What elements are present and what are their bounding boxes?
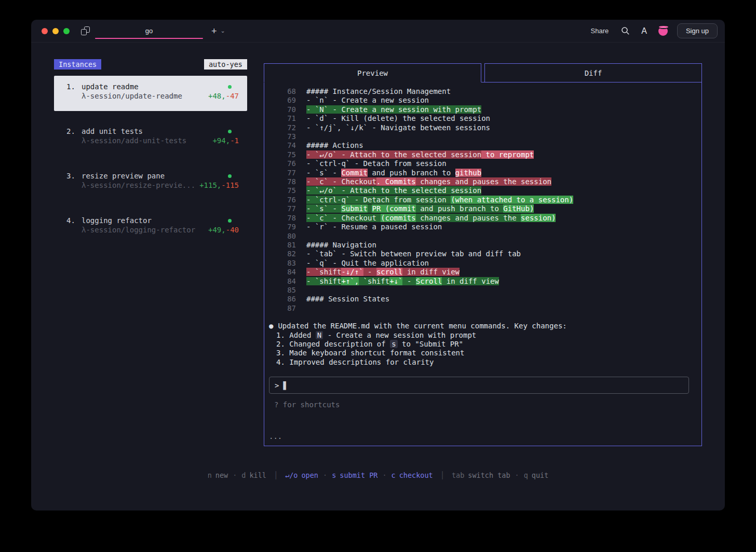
share-button[interactable]: Share — [591, 27, 609, 35]
diff-lines: 68##### Instance/Session Management69- `… — [269, 87, 697, 313]
instance-index: 4. — [66, 216, 82, 226]
line-segment: PR (commit — [372, 204, 415, 213]
line-segment: in diff view — [442, 277, 499, 285]
status-bar: nnew·dkill│↵/oopen·ssubmit PR·ccheckout│… — [31, 471, 725, 479]
diff-line: 82- `tab` - Switch between preview tab a… — [269, 250, 697, 258]
statusbar-item-separator: · — [515, 471, 519, 479]
line-segment: +↑`, — [341, 277, 359, 285]
diff-line: 83- `q` - Quit the application — [269, 259, 697, 268]
instance-index: 1. — [66, 82, 82, 92]
diff-line: 74##### Actions — [269, 141, 697, 150]
diff-line: 84- `shift-↓/↑` - scroll in diff view — [269, 268, 697, 277]
status-dot — [228, 174, 232, 178]
chevron-down-icon[interactable]: ⌄ — [221, 27, 225, 34]
status-dot — [228, 85, 232, 89]
deletions-count: -40 — [226, 226, 239, 234]
instances-label: Instances — [54, 59, 101, 70]
status-dot — [228, 219, 232, 223]
line-segment: - `N` - Create a new session with prompt — [306, 105, 481, 114]
line-text: - `↑/j`, `↓/k` - Navigate between sessio… — [306, 123, 490, 132]
instance-item[interactable]: 2.add unit testsλ-session/add-unit-tests… — [54, 120, 247, 156]
instance-diffstat: +115,-115 — [199, 181, 239, 190]
instance-title-row: 1.update readme — [66, 82, 239, 92]
line-text: - `ctrl-q` - Detach from session (when a… — [306, 196, 573, 204]
line-segment: - `c` - Checkout — [306, 177, 376, 186]
line-segment: and push branch to — [416, 204, 504, 213]
prompt-input[interactable]: > ▋ — [269, 377, 689, 394]
diff-line: 75- `↵/o` - Attach to the selected sessi… — [269, 150, 697, 159]
instance-item[interactable]: 1.update readmeλ-session/update-readme+4… — [54, 76, 247, 111]
statusbar-group-separator: │ — [274, 471, 278, 479]
shortcut-key: s — [332, 471, 336, 479]
diff-line: 77- `s` - Commit and push branch to gith… — [269, 169, 697, 177]
instance-title: 1.update readme — [66, 82, 139, 92]
diff-line: 71- `d` - Kill (delete) the selected ses… — [269, 114, 697, 123]
line-number: 85 — [269, 286, 296, 295]
shortcut-label: quit — [532, 471, 549, 479]
traffic-lights — [42, 28, 70, 34]
instance-item[interactable]: 3.resize preview paneλ-session/resize-pr… — [54, 165, 247, 200]
line-segment: in diff view — [402, 268, 460, 276]
zoom-button[interactable] — [63, 28, 70, 34]
line-number: 78 — [269, 177, 296, 186]
line-text: - `q` - Quit the application — [306, 259, 429, 268]
instance-title: 4.logging refactor — [66, 216, 152, 226]
diff-line: 69- `n` - Create a new session — [269, 96, 697, 105]
instance-diffstat: +94,-1 — [212, 136, 239, 146]
minimize-button[interactable] — [52, 28, 59, 34]
instance-branch-row: λ-session/logging-refactor+49,-40 — [66, 226, 239, 235]
line-segment: +↓` — [389, 277, 402, 285]
auto-yes-badge: auto-yes — [204, 59, 247, 70]
text-cursor: ▋ — [283, 381, 287, 390]
tab-diff[interactable]: Diff — [484, 63, 702, 82]
deletions-count: -115 — [221, 181, 239, 189]
line-segment: (when attached to a session) — [451, 196, 573, 204]
instance-title: 2.add unit tests — [66, 127, 143, 136]
diff-line: 80 — [269, 232, 697, 241]
line-segment: - `q` - Quit the application — [306, 259, 429, 267]
account-avatar[interactable] — [658, 26, 668, 36]
line-number: 76 — [269, 159, 296, 168]
line-text: - `tab` - Switch between preview tab and… — [306, 250, 521, 258]
shortcut-label: kill — [249, 471, 266, 479]
terminal-tab[interactable]: go — [94, 20, 204, 42]
line-text: - `shift-↓/↑` - scroll in diff view — [306, 268, 460, 277]
instance-diffstat: +48,-47 — [208, 92, 239, 101]
instance-name: resize preview pane — [82, 172, 165, 180]
statusbar-item-separator: · — [233, 471, 237, 479]
pane-tabs: Preview Diff — [264, 63, 702, 82]
instance-index: 3. — [66, 172, 82, 181]
line-number: 77 — [269, 169, 296, 177]
ellipsis-indicator: ... — [269, 432, 697, 440]
line-segment: ##### Actions — [306, 141, 363, 149]
assistant-icon[interactable]: A — [641, 26, 647, 36]
status-dot — [228, 130, 232, 133]
line-segment: - `d` - Kill (delete) the selected sessi… — [306, 114, 490, 122]
tab-stack-icon[interactable] — [81, 26, 90, 35]
line-segment: session) — [521, 214, 556, 222]
instance-name: add unit tests — [82, 127, 143, 135]
close-button[interactable] — [42, 28, 48, 34]
deletions-count: -47 — [226, 92, 239, 100]
line-text: - `N` - Create a new session with prompt — [306, 105, 481, 114]
shortcut-label: switch tab — [468, 471, 510, 479]
assistant-message: ●Updated the README.md with the current … — [269, 322, 697, 367]
instances-sidebar: Instances auto-yes 1.update readmeλ-sess… — [54, 59, 247, 254]
line-number: 75 — [269, 186, 296, 195]
additions-count: +49, — [208, 226, 226, 234]
line-segment: - `↑/j`, `↓/k` - Navigate between sessio… — [306, 123, 490, 132]
diff-line: 76- `ctrl-q` - Detach from session — [269, 159, 697, 168]
instance-item[interactable]: 4.logging refactorλ-session/logging-refa… — [54, 210, 247, 245]
line-segment: - `n` - Create a new session — [306, 96, 429, 104]
signup-button[interactable]: Sign up — [677, 23, 718, 38]
statusbar-item-separator: · — [382, 471, 386, 479]
tab-preview[interactable]: Preview — [264, 63, 481, 82]
diff-line: 70- `N` - Create a new session with prom… — [269, 105, 697, 114]
main-pane: Preview Diff 68##### Instance/Session Ma… — [264, 63, 702, 446]
new-tab-button[interactable]: + — [211, 26, 217, 36]
line-text: ##### Navigation — [306, 241, 376, 250]
line-segment: ##### Navigation — [306, 241, 376, 249]
line-number: 74 — [269, 141, 296, 150]
search-icon[interactable] — [621, 26, 630, 35]
line-number: 87 — [269, 304, 296, 313]
